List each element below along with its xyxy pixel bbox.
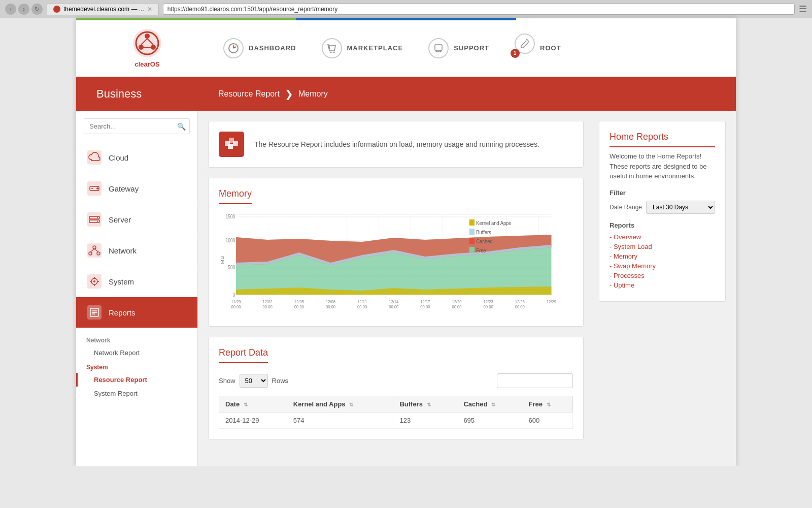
report-link-overview[interactable]: - Overview [610,233,715,241]
col-buffers[interactable]: Buffers ⇅ [393,396,457,412]
sidebar-label-reports: Reports [109,308,136,317]
breadcrumb-part2: Memory [298,89,328,99]
svg-point-21 [97,221,98,222]
main-content: The Resource Report includes information… [208,121,584,456]
col-free[interactable]: Free ⇅ [522,396,573,412]
search-icon: 🔍 [177,122,186,131]
svg-rect-42 [233,141,238,146]
cell-kernel: 574 [287,412,393,429]
search-input[interactable] [84,118,190,134]
home-reports-desc: Welcome to the Home Reports! These repor… [610,151,715,181]
show-label: Show [219,377,235,385]
report-link-swap-memory[interactable]: - Swap Memory [610,262,715,270]
nav-item-marketplace[interactable]: MARKETPLACE [317,28,409,69]
right-panel: Home Reports Welcome to the Home Reports… [599,121,726,456]
chart-svg: MB 1500 1000 500 0 [219,214,573,326]
svg-rect-83 [469,238,475,244]
chart-title: Memory [219,188,252,204]
sidebar-item-system[interactable]: System [76,266,197,297]
clearos-logo-icon [132,28,162,58]
nav-item-support[interactable]: SUPPORT [423,28,494,69]
sidebar-item-network[interactable]: Network [76,235,197,266]
sort-icon-buffers: ⇅ [427,402,431,407]
sidebar-sub-item-network-report[interactable]: Network Report [76,346,197,360]
svg-text:00:00: 00:00 [294,304,304,309]
sidebar-item-reports[interactable]: Reports [76,297,197,328]
report-panel: Report Data Show 50 25 100 Rows [208,337,584,439]
menu-button[interactable]: ☰ [799,4,807,15]
search-box: 🔍 [76,111,197,142]
sidebar-item-server[interactable]: Server [76,204,197,235]
sidebar-item-gateway[interactable]: Gateway [76,173,197,204]
svg-text:00:00: 00:00 [484,304,493,309]
back-button[interactable]: ‹ [5,4,16,15]
gateway-nav-icon [86,180,103,197]
svg-text:Free: Free [476,247,486,253]
sidebar-sub-item-system-report[interactable]: System Report [76,387,197,400]
support-icon [428,38,449,58]
svg-text:0: 0 [233,292,235,298]
sidebar-sub-item-resource-report[interactable]: Resource Report [76,373,197,387]
svg-text:00:00: 00:00 [326,304,335,309]
main-right-wrapper: The Resource Report includes information… [198,111,736,466]
sidebar-label-system: System [109,277,134,286]
root-badge: 1 [511,49,520,58]
nav-item-root[interactable]: 1 ROOT [510,23,566,73]
svg-rect-11 [435,45,442,50]
reports-section-label: Reports [610,221,715,229]
svg-point-0 [133,29,161,57]
table-search-input[interactable] [497,373,573,388]
breadcrumb-part1[interactable]: Resource Report [218,89,280,99]
table-row: 2014-12-29 574 123 695 600 [219,412,573,429]
browser-chrome: ‹ › ↻ themedevel.clearos.com — ... ✕ ☰ [0,0,812,18]
cell-free: 600 [522,412,573,429]
browser-controls: ‹ › ↻ [5,4,43,15]
report-link-memory[interactable]: - Memory [610,252,715,260]
col-kernel[interactable]: Kernel and Apps ⇅ [287,396,393,412]
sidebar-label-cloud: Cloud [109,153,128,162]
svg-text:00:00: 00:00 [452,304,461,309]
report-link-processes[interactable]: - Processes [610,272,715,279]
tab-favicon [53,6,60,13]
svg-text:MB: MB [220,256,225,265]
forward-button[interactable]: › [18,4,29,15]
sidebar-sub: Network Network Report System Resource R… [76,328,197,405]
chart-area: MB 1500 1000 500 0 [219,214,573,316]
sort-icon-kernel: ⇅ [349,402,353,407]
server-nav-icon [86,211,103,228]
svg-point-9 [330,51,331,53]
sub-header-network: Network [76,333,197,346]
tab-close[interactable]: ✕ [147,6,152,13]
sort-icon-date: ⇅ [244,402,248,407]
home-reports-title: Home Reports [610,132,715,147]
sidebar-label-gateway: Gateway [109,184,139,193]
svg-point-10 [333,51,334,53]
reload-button[interactable]: ↻ [31,4,43,15]
address-bar[interactable] [163,4,795,15]
nav-item-dashboard[interactable]: DASHBOARD [218,28,301,69]
svg-text:00:00: 00:00 [357,304,367,309]
svg-text:00:00: 00:00 [389,304,398,309]
col-date[interactable]: Date ⇅ [219,396,287,412]
rows-select[interactable]: 50 25 100 [240,374,268,388]
report-link-system-load[interactable]: - System Load [610,243,715,250]
sidebar-label-network: Network [109,246,137,255]
color-bar-orange [516,18,736,20]
svg-point-2 [145,34,150,39]
dashboard-icon [223,38,244,58]
nav-label-marketplace: MARKETPLACE [347,44,403,52]
rows-label: Rows [272,377,289,385]
svg-text:500: 500 [228,265,235,270]
col-cached[interactable]: Cached ⇅ [457,396,522,412]
sidebar-item-cloud[interactable]: Cloud [76,142,197,173]
system-nav-icon [86,273,103,290]
svg-text:12/29: 12/29 [547,299,556,304]
report-link-uptime[interactable]: - Uptime [610,281,715,289]
date-range-select[interactable]: Last 30 Days Last 7 Days Last 24 Hours L… [646,201,715,214]
browser-tab[interactable]: themedevel.clearos.com — ... ✕ [47,3,159,15]
info-icon [219,132,244,157]
sort-icon-cached: ⇅ [491,402,495,407]
sidebar-label-server: Server [109,215,131,224]
tab-label: themedevel.clearos.com — ... [63,6,144,13]
cell-date: 2014-12-29 [219,412,287,429]
